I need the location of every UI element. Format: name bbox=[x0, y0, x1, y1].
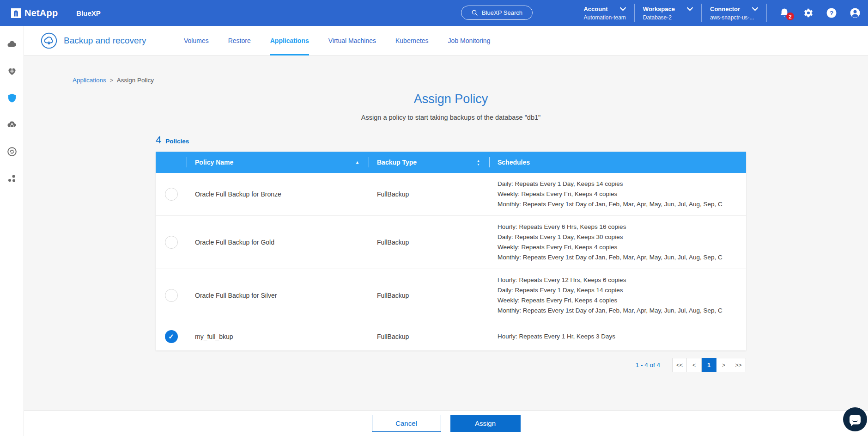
service-title: Backup and recovery bbox=[64, 36, 146, 46]
schedule-line: Hourly: Repeats Every 1 Hr, Keeps 3 Days bbox=[498, 332, 746, 342]
policy-radio[interactable] bbox=[165, 188, 178, 201]
workspace-menu-value: Database-2 bbox=[643, 14, 693, 21]
extensions-nodes-icon[interactable] bbox=[6, 173, 18, 184]
schedules-column-header: Schedules bbox=[489, 152, 746, 173]
policy-name-cell: Oracle Full Backup for Gold bbox=[187, 239, 369, 246]
svg-text:?: ? bbox=[830, 10, 833, 17]
help-icon: ? bbox=[826, 7, 837, 18]
top-header-bar: NetApp BlueXP BlueXP Search Account Auto… bbox=[0, 0, 868, 26]
schedule-line: Hourly: Repeats Every 12 Hrs, Keeps 6 co… bbox=[498, 275, 746, 285]
tab-job-monitoring[interactable]: Job Monitoring bbox=[448, 26, 491, 55]
policy-name-cell: Oracle Full Backup for Bronze bbox=[187, 190, 369, 198]
chevron-down-icon bbox=[752, 7, 758, 11]
tab-applications[interactable]: Applications bbox=[270, 26, 309, 55]
chevron-down-icon bbox=[687, 7, 693, 11]
tab-virtual-machines[interactable]: Virtual Machines bbox=[328, 26, 376, 55]
user-avatar-icon bbox=[850, 7, 861, 18]
schedules-cell: Hourly: Repeats Every 12 Hrs, Keeps 6 co… bbox=[489, 275, 746, 316]
workspace-menu[interactable]: Workspace Database-2 bbox=[635, 6, 701, 21]
action-footer: Cancel Assign bbox=[24, 410, 868, 436]
chat-bubble-icon bbox=[850, 415, 861, 424]
table-header-row: Policy Name ▲ Backup Type ▲▼ Schedules bbox=[156, 152, 746, 173]
backup-recovery-icon bbox=[41, 32, 57, 49]
pagination-first-button[interactable]: << bbox=[672, 358, 687, 372]
backup-type-column-header[interactable]: Backup Type ▲▼ bbox=[369, 152, 489, 173]
top-right-controls: Account Automation-team Workspace Databa… bbox=[575, 0, 861, 26]
policies-count-label: Policies bbox=[165, 138, 189, 145]
backup-type-header-label: Backup Type bbox=[377, 159, 417, 166]
column-separator bbox=[187, 157, 187, 167]
policies-count-number: 4 bbox=[156, 134, 161, 146]
policy-radio[interactable] bbox=[165, 289, 178, 302]
settings-button[interactable] bbox=[802, 7, 813, 18]
pagination-next-button[interactable]: > bbox=[716, 358, 731, 372]
policy-radio-selected[interactable]: ✓ bbox=[165, 330, 178, 343]
connector-menu[interactable]: Connector aws-snapctr-us-... bbox=[702, 6, 766, 21]
breadcrumb-current: Assign Policy bbox=[117, 77, 154, 84]
netapp-logo-icon bbox=[11, 8, 21, 18]
backup-type-cell: FullBackup bbox=[369, 239, 489, 246]
pagination-buttons: <<<1>>> bbox=[672, 358, 746, 372]
header-icons: 2 ? bbox=[779, 7, 861, 18]
cloud-storage-icon[interactable] bbox=[6, 39, 18, 50]
bluexp-search-button[interactable]: BlueXP Search bbox=[461, 6, 533, 20]
tab-kubernetes[interactable]: Kubernetes bbox=[395, 26, 429, 55]
pagination-last-button[interactable]: >> bbox=[731, 358, 746, 372]
search-label: BlueXP Search bbox=[482, 9, 522, 16]
schedule-line: Hourly: Repeats Every 6 Hrs, Keeps 16 co… bbox=[498, 222, 746, 232]
page-subtitle: Assign a policy to start taking backups … bbox=[156, 114, 746, 121]
column-separator bbox=[489, 157, 490, 167]
policies-table: Policy Name ▲ Backup Type ▲▼ Schedules bbox=[156, 152, 746, 350]
table-row: Oracle Full Backup for GoldFullBackupHou… bbox=[156, 215, 746, 269]
pagination-prev-button[interactable]: < bbox=[687, 358, 702, 372]
tab-restore[interactable]: Restore bbox=[228, 26, 251, 55]
table-row: Oracle Full Backup for BronzeFullBackupD… bbox=[156, 173, 746, 215]
protection-shield-icon[interactable] bbox=[6, 92, 18, 104]
help-button[interactable]: ? bbox=[826, 7, 837, 18]
table-row: ✓my_full_bkupFullBackupHourly: Repeats E… bbox=[156, 322, 746, 350]
pagination-page-button[interactable]: 1 bbox=[702, 358, 716, 372]
policy-radio[interactable] bbox=[165, 236, 178, 249]
schedule-line: Daily: Repeats Every 1 Day, Keeps 14 cop… bbox=[498, 179, 746, 189]
assign-button[interactable]: Assign bbox=[450, 415, 521, 432]
notification-count-badge: 2 bbox=[786, 12, 794, 20]
account-menu[interactable]: Account Automation-team bbox=[575, 6, 634, 21]
chat-support-button[interactable] bbox=[843, 407, 867, 431]
table-row: Oracle Full Backup for SilverFullBackupH… bbox=[156, 269, 746, 322]
cloud-lock-icon[interactable] bbox=[6, 119, 18, 130]
sync-restore-icon[interactable] bbox=[6, 146, 18, 157]
schedule-line: Monthly: Repeats Every 1st Day of Jan, F… bbox=[498, 199, 746, 209]
policy-name-column-header[interactable]: Policy Name ▲ bbox=[187, 152, 369, 173]
schedules-cell: Hourly: Repeats Every 6 Hrs, Keeps 16 co… bbox=[489, 222, 746, 263]
user-account-button[interactable] bbox=[850, 7, 861, 18]
schedules-header-label: Schedules bbox=[498, 159, 530, 166]
policies-count: 4 Policies bbox=[156, 134, 746, 146]
account-menu-value: Automation-team bbox=[583, 14, 625, 21]
search-icon bbox=[471, 9, 478, 16]
policy-name-cell: Oracle Full Backup for Silver bbox=[187, 292, 369, 299]
schedule-line: Monthly: Repeats Every 1st Day of Jan, F… bbox=[498, 252, 746, 263]
schedule-line: Weekly: Repeats Every Fri, Keeps 4 copie… bbox=[498, 189, 746, 199]
schedules-cell: Hourly: Repeats Every 1 Hr, Keeps 3 Days bbox=[489, 332, 746, 342]
connector-menu-label: Connector bbox=[710, 6, 740, 12]
tab-volumes[interactable]: Volumes bbox=[184, 26, 209, 55]
connector-menu-value: aws-snapctr-us-... bbox=[710, 14, 758, 21]
cancel-button[interactable]: Cancel bbox=[372, 415, 441, 432]
sort-both-icon[interactable]: ▲▼ bbox=[477, 159, 480, 166]
schedule-line: Monthly: Repeats Every 1st Day of Jan, F… bbox=[498, 306, 746, 316]
gear-icon bbox=[802, 7, 813, 18]
policy-name-cell: my_full_bkup bbox=[187, 333, 369, 340]
service-identity: Backup and recovery bbox=[41, 32, 162, 49]
bluexp-window: NetApp BlueXP BlueXP Search Account Auto… bbox=[0, 0, 868, 436]
schedule-line: Daily: Repeats Every 1 Day, Keeps 14 cop… bbox=[498, 285, 746, 295]
notifications-bell-button[interactable]: 2 bbox=[779, 7, 790, 18]
backup-type-cell: FullBackup bbox=[369, 333, 489, 340]
service-nav-bar: Backup and recovery VolumesRestoreApplic… bbox=[24, 26, 868, 55]
sort-ascending-icon[interactable]: ▲ bbox=[355, 160, 359, 165]
breadcrumb-applications-link[interactable]: Applications bbox=[73, 77, 106, 84]
chevron-down-icon bbox=[620, 7, 626, 11]
backup-type-cell: FullBackup bbox=[369, 190, 489, 198]
backup-type-cell: FullBackup bbox=[369, 292, 489, 299]
policies-table-body: Oracle Full Backup for BronzeFullBackupD… bbox=[156, 173, 746, 350]
health-heart-plus-icon[interactable] bbox=[6, 66, 18, 77]
